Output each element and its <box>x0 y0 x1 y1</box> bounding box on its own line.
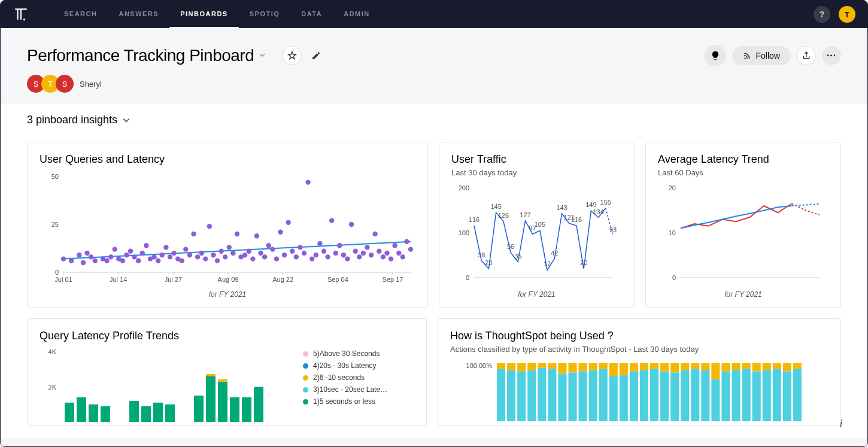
svg-rect-176 <box>609 376 618 421</box>
svg-point-36 <box>136 259 141 263</box>
chart-latency-profile: 2K4K 5)Above 30 Seconds4)20s - 30s Laten… <box>40 347 414 425</box>
info-button[interactable]: i <box>833 415 849 432</box>
edit-button[interactable] <box>306 46 326 65</box>
svg-rect-194 <box>701 370 709 421</box>
insights-toggle[interactable]: 3 pinboard insights <box>1 104 867 136</box>
svg-text:2K: 2K <box>48 384 57 391</box>
svg-text:20: 20 <box>669 184 676 191</box>
svg-rect-195 <box>711 363 720 379</box>
svg-rect-153 <box>497 363 505 369</box>
svg-point-22 <box>77 253 81 257</box>
svg-rect-154 <box>497 369 505 421</box>
svg-point-25 <box>89 254 93 259</box>
svg-text:4K: 4K <box>48 348 57 355</box>
svg-rect-139 <box>101 406 110 422</box>
nav-item-admin[interactable]: ADMIN <box>333 1 381 28</box>
svg-rect-197 <box>721 363 730 372</box>
svg-rect-199 <box>732 363 740 370</box>
nav-item-search[interactable]: SEARCH <box>53 1 108 28</box>
svg-point-90 <box>349 222 354 227</box>
svg-rect-177 <box>620 363 628 375</box>
svg-rect-159 <box>527 363 536 370</box>
svg-text:100.00%: 100.00% <box>466 362 493 369</box>
svg-point-21 <box>69 259 74 263</box>
svg-point-20 <box>61 256 66 261</box>
svg-point-88 <box>341 253 346 257</box>
svg-point-34 <box>128 249 133 254</box>
svg-point-83 <box>321 249 326 254</box>
svg-point-24 <box>84 251 89 256</box>
favorite-button[interactable] <box>283 46 302 65</box>
svg-text:Aug 09: Aug 09 <box>218 276 239 283</box>
svg-rect-204 <box>752 372 761 421</box>
svg-text:Aug 22: Aug 22 <box>272 276 293 283</box>
content-area: Performance Tracking Pinboard Follow <box>1 28 867 446</box>
svg-rect-212 <box>793 369 802 421</box>
svg-rect-175 <box>609 363 618 376</box>
help-button[interactable]: ? <box>814 6 830 23</box>
title-dropdown-icon[interactable] <box>259 50 266 61</box>
svg-rect-146 <box>206 374 216 376</box>
svg-point-35 <box>132 254 136 259</box>
svg-point-49 <box>187 253 192 257</box>
card-subtitle: Last 60 Days <box>658 168 828 177</box>
user-avatar[interactable]: T <box>839 6 855 23</box>
svg-text:Sep 17: Sep 17 <box>383 276 403 283</box>
follow-button[interactable]: Follow <box>732 46 791 65</box>
svg-point-70 <box>270 247 275 251</box>
svg-text:127: 127 <box>520 211 530 218</box>
svg-rect-165 <box>558 363 566 373</box>
svg-rect-189 <box>681 363 689 370</box>
nav-item-answers[interactable]: ANSWERS <box>108 1 169 28</box>
svg-point-59 <box>227 245 232 250</box>
svg-rect-205 <box>763 363 771 370</box>
insights-bulb-button[interactable] <box>705 45 726 66</box>
svg-text:10: 10 <box>669 229 676 236</box>
svg-rect-208 <box>773 369 781 421</box>
nav-item-pinboards[interactable]: PINBOARDS <box>169 1 239 28</box>
svg-rect-193 <box>701 363 709 370</box>
more-button[interactable]: ··· <box>822 46 841 65</box>
svg-rect-172 <box>589 370 597 421</box>
svg-point-67 <box>258 251 263 256</box>
card-title: User Queries and Latency <box>40 153 415 166</box>
svg-point-82 <box>317 241 322 246</box>
card-title: User Traffic <box>451 153 622 166</box>
share-button[interactable] <box>797 46 816 65</box>
svg-point-104 <box>404 239 409 244</box>
chart-avg-latency: 01020 <box>658 182 828 287</box>
nav-item-data[interactable]: DATA <box>290 1 333 28</box>
svg-point-37 <box>140 251 145 256</box>
svg-point-68 <box>262 254 267 259</box>
svg-rect-181 <box>640 363 648 370</box>
svg-point-61 <box>235 232 239 236</box>
svg-point-81 <box>314 253 318 257</box>
legend-item: 5)Above 30 Seconds <box>303 349 387 358</box>
svg-text:105: 105 <box>535 221 545 228</box>
svg-point-33 <box>124 253 129 257</box>
chart-user-traffic: 0100200116382014512656351279710517421431… <box>451 182 622 287</box>
nav-item-spotiq[interactable]: SPOTIQ <box>239 1 291 28</box>
svg-point-72 <box>278 230 283 235</box>
svg-rect-206 <box>763 370 771 421</box>
svg-rect-178 <box>620 375 628 421</box>
svg-rect-171 <box>589 363 597 370</box>
svg-point-0 <box>23 19 25 20</box>
svg-rect-148 <box>218 379 227 382</box>
card-latency-profile: Query Latency Profile Trends 2K4K 5)Abov… <box>27 318 427 426</box>
svg-point-43 <box>163 245 168 250</box>
svg-point-93 <box>361 251 366 256</box>
logo-icon <box>13 6 29 23</box>
svg-point-74 <box>286 220 290 225</box>
card-title: Average Latency Trend <box>658 153 828 166</box>
svg-text:0: 0 <box>55 269 59 276</box>
svg-rect-157 <box>517 363 526 372</box>
svg-point-71 <box>274 256 279 261</box>
svg-rect-160 <box>527 370 536 421</box>
svg-rect-201 <box>742 363 751 369</box>
svg-rect-191 <box>691 363 699 369</box>
svg-point-54 <box>207 224 212 229</box>
card-footer: for FY 2021 <box>451 290 622 299</box>
svg-rect-155 <box>507 363 515 370</box>
svg-rect-192 <box>691 369 699 421</box>
